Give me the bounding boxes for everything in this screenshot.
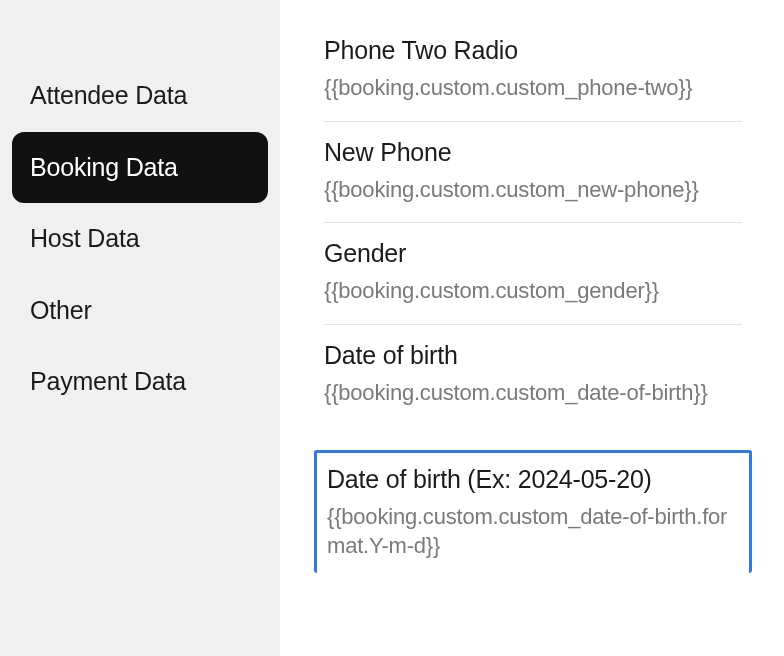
sidebar-item-booking-data[interactable]: Booking Data: [12, 132, 268, 204]
sidebar-item-other[interactable]: Other: [12, 275, 268, 347]
field-code: {{booking.custom.custom_new-phone}}: [324, 175, 742, 205]
sidebar: Attendee Data Booking Data Host Data Oth…: [0, 0, 280, 656]
field-label: New Phone: [324, 138, 742, 167]
sidebar-item-attendee-data[interactable]: Attendee Data: [12, 60, 268, 132]
field-row-new-phone[interactable]: New Phone {{booking.custom.custom_new-ph…: [324, 122, 742, 224]
content-panel: Phone Two Radio {{booking.custom.custom_…: [280, 0, 784, 656]
field-code: {{booking.custom.custom_gender}}: [324, 276, 742, 306]
field-row-date-of-birth-formatted[interactable]: Date of birth (Ex: 2024-05-20) {{booking…: [314, 450, 752, 573]
field-code: {{booking.custom.custom_phone-two}}: [324, 73, 742, 103]
field-code: {{booking.custom.custom_date-of-birth.fo…: [327, 502, 739, 561]
field-label: Date of birth: [324, 341, 742, 370]
field-row-phone-two-radio[interactable]: Phone Two Radio {{booking.custom.custom_…: [324, 20, 742, 122]
sidebar-item-host-data[interactable]: Host Data: [12, 203, 268, 275]
field-row-gender[interactable]: Gender {{booking.custom.custom_gender}}: [324, 223, 742, 325]
field-label: Phone Two Radio: [324, 36, 742, 65]
field-label: Date of birth (Ex: 2024-05-20): [327, 465, 739, 494]
sidebar-item-payment-data[interactable]: Payment Data: [12, 346, 268, 418]
app-root: Attendee Data Booking Data Host Data Oth…: [0, 0, 784, 656]
field-row-date-of-birth[interactable]: Date of birth {{booking.custom.custom_da…: [324, 325, 742, 426]
field-code: {{booking.custom.custom_date-of-birth}}: [324, 378, 742, 408]
field-label: Gender: [324, 239, 742, 268]
